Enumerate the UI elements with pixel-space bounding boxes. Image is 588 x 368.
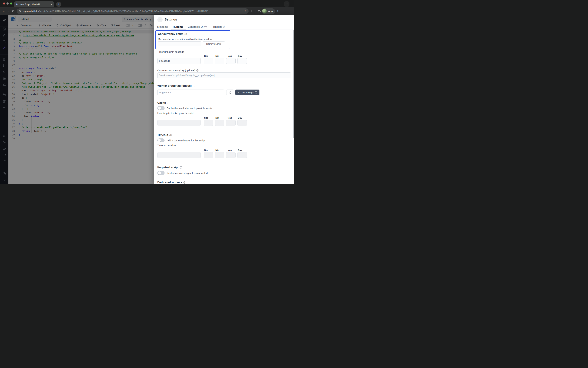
info-icon[interactable]: i — [193, 85, 195, 87]
address-bar[interactable]: app.windmill.dev/scripts/add#JTdCJTIyaGF… — [17, 9, 248, 14]
cache-duration-label: How long to the keep cache valid — [157, 112, 193, 115]
time-window-total-input[interactable]: 0 seconds — [157, 58, 201, 64]
cache-duration-min-input[interactable] — [215, 120, 224, 126]
max-executions-input[interactable] — [158, 41, 201, 46]
timeout-duration-day-input[interactable] — [237, 152, 247, 158]
mac-close-button[interactable] — [3, 2, 5, 5]
timeout-duration-min-label: Min — [215, 149, 219, 151]
settings-tabs: MetadataRuntimeGenerated UIiTriggersi — [154, 24, 294, 29]
refresh-tags-button[interactable] — [226, 90, 234, 95]
info-icon[interactable]: i — [183, 181, 186, 184]
concurrency-limits-section: Concurrency limitsi Max number of execut… — [155, 30, 230, 49]
toolbar-separator: | — [256, 10, 256, 13]
close-settings-button[interactable]: ✕ — [157, 17, 163, 22]
browser-toolbar: ← → app.windmill.dev/scripts/add#JTdCJTI… — [0, 7, 294, 15]
worker-group-heading: Worker group tag (queue)i — [157, 84, 195, 87]
max-executions-label: Max number of executions within the time… — [158, 38, 212, 41]
back-button[interactable]: ← — [1, 10, 6, 13]
timeout-duration-hour-label: Hour — [227, 149, 232, 151]
edit-pencil-icon: ✎ — [238, 91, 240, 94]
time-window-label: Time window in seconds — [157, 50, 184, 53]
cache-duration-sec-input[interactable] — [204, 120, 213, 126]
cache-duration-hour-label: Hour — [227, 117, 232, 119]
tab-runtime[interactable]: Runtime — [173, 25, 183, 28]
cache-duration-min-label: Min — [215, 117, 219, 119]
time-window-hour-label: Hour — [227, 55, 232, 57]
timeout-duration-min-input[interactable] — [215, 152, 224, 158]
profile-label: Work — [268, 10, 273, 12]
site-settings-icon[interactable] — [19, 10, 21, 12]
time-window-day-input[interactable] — [237, 58, 247, 64]
timeout-duration-label: Timeout duration — [157, 144, 176, 147]
media-playlist-icon[interactable] — [258, 10, 261, 13]
avatar — [262, 9, 267, 13]
time-window-min-input[interactable] — [215, 58, 224, 64]
info-icon: i — [204, 26, 207, 28]
info-icon[interactable]: i — [167, 102, 169, 104]
tab-search-chevron-button[interactable] — [284, 1, 289, 7]
tab-generated-ui[interactable]: Generated UIi — [188, 25, 207, 28]
worker-group-input[interactable]: lang default — [157, 90, 224, 95]
time-window-day-label: Day — [238, 55, 242, 57]
info-icon[interactable]: i — [197, 69, 199, 72]
concurrency-heading: Concurrency limitsi — [158, 32, 187, 36]
cache-toggle[interactable] — [157, 106, 165, 110]
custom-tags-button[interactable]: ✎ Custom tags i — [235, 90, 259, 95]
cache-duration-day-label: Day — [238, 117, 242, 119]
panel-scrollbar-thumb[interactable] — [293, 30, 294, 138]
tab-metadata[interactable]: Metadata — [157, 25, 168, 28]
windmill-favicon — [16, 3, 19, 6]
browser-menu-kebab-icon[interactable]: ⋮ — [276, 10, 280, 13]
forward-button[interactable]: → — [6, 10, 11, 13]
mac-minimize-button[interactable] — [7, 2, 9, 5]
timeout-duration-sec-label: Sec — [204, 149, 208, 151]
time-window-hour-input[interactable] — [226, 58, 236, 64]
new-tab-button[interactable]: + — [56, 2, 61, 7]
reload-button[interactable] — [11, 10, 16, 12]
settings-drawer: ✕ Settings MetadataRuntimeGenerated UIiT… — [154, 15, 294, 184]
info-icon: i — [223, 26, 225, 28]
info-icon[interactable]: i — [180, 166, 182, 169]
extensions-puzzle-icon[interactable] — [251, 10, 254, 13]
cache-duration-day-input[interactable] — [237, 120, 247, 126]
timeout-duration-sec-input[interactable] — [204, 152, 213, 158]
refresh-icon — [229, 91, 232, 94]
timeout-duration-day-label: Day — [238, 149, 242, 151]
info-icon[interactable]: i — [185, 33, 187, 35]
timeout-heading: Timeouti — [157, 134, 172, 137]
tab-title: New Script | Windmill — [20, 3, 49, 6]
timeout-toggle[interactable] — [157, 138, 165, 142]
drawer-backdrop[interactable] — [0, 15, 154, 184]
active-tab-underline — [171, 29, 186, 29]
time-window-min-label: Min — [215, 55, 219, 57]
tab-close-icon[interactable]: ✕ — [51, 3, 53, 6]
cache-duration-sec-label: Sec — [204, 117, 208, 119]
dedicated-workers-heading: Dedicated workersi — [157, 181, 186, 184]
browser-tab[interactable]: New Script | Windmill ✕ — [14, 1, 54, 7]
url-text: app.windmill.dev/scripts/add#JTdCJTIyaGF… — [23, 10, 243, 12]
cache-duration-total-input[interactable] — [157, 120, 201, 126]
chevron-down-icon — [286, 3, 288, 5]
tab-triggers[interactable]: Triggersi — [213, 25, 225, 28]
time-window-sec-input[interactable] — [204, 58, 213, 64]
timeout-duration-hour-input[interactable] — [226, 152, 236, 158]
cache-duration-hour-input[interactable] — [226, 120, 236, 126]
concurrency-key-label: Custom concurrency key (optional)i — [157, 69, 199, 72]
mac-zoom-button[interactable] — [10, 2, 12, 5]
perpetual-toggle[interactable] — [157, 171, 165, 175]
browser-titlebar: New Script | Windmill ✕ + — [0, 0, 294, 7]
concurrency-key-input[interactable]: $workspace/script/u/henri/intriguing_scr… — [157, 72, 291, 78]
info-icon[interactable]: i — [170, 134, 172, 136]
info-icon[interactable]: i — [255, 91, 257, 93]
remove-limits-button[interactable]: Remove Limits — [203, 41, 225, 46]
timeout-toggle-label: Add a custom timeout for this script — [167, 139, 205, 142]
bookmark-star-icon[interactable]: ☆ — [244, 10, 247, 13]
reload-icon — [12, 10, 15, 12]
perpetual-toggle-label: Restart upon ending unless cancelled — [167, 172, 208, 175]
browser-profile-chip[interactable]: Work — [262, 9, 275, 14]
timeout-duration-total-input[interactable] — [157, 152, 201, 158]
perpetual-heading: Perpetual scripti — [157, 166, 182, 169]
settings-title: Settings — [165, 18, 177, 21]
time-window-sec-label: Sec — [204, 55, 208, 57]
cache-heading: Cachei — [157, 101, 169, 104]
